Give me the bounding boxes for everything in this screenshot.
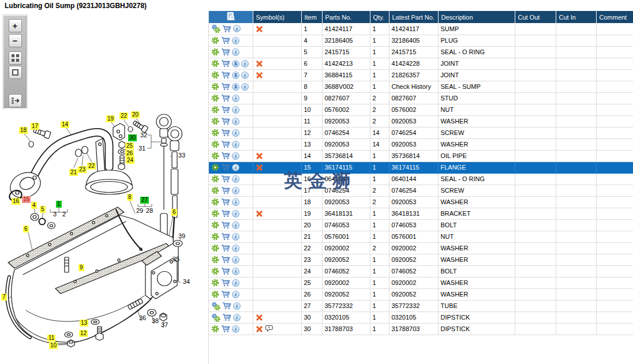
cell-description[interactable]: FLANGE [438,162,515,173]
cell-comment[interactable] [596,46,633,58]
table-row[interactable]: i16064014410640144SEAL - O RING [209,173,633,185]
info-icon[interactable]: i [232,198,239,206]
cell-actions[interactable]: i [209,92,253,104]
cell-item[interactable]: 8 [301,81,322,92]
cell-description[interactable]: WASHER [438,288,515,300]
cell-parts-no[interactable]: 35736814 [322,150,370,162]
table-row[interactable]: i20074605310746053BOLT [209,219,633,231]
callout-5[interactable]: 5 [40,206,46,213]
cell-latest-part-no[interactable]: 0827607 [389,92,438,104]
cell-cut-out[interactable] [515,23,556,35]
cell-cut-out[interactable] [515,254,556,265]
cell-latest-part-no[interactable]: 0920052 [389,288,438,300]
cell-qty[interactable]: 1 [370,150,389,162]
cell-description[interactable]: BOLT [438,265,515,277]
cell-cut-out[interactable] [515,300,556,312]
add-to-cart-icon[interactable] [221,198,230,206]
info-icon[interactable]: i [232,48,239,56]
cell-parts-no[interactable]: 0746254 [322,127,370,138]
column-header-description[interactable]: Description [438,11,515,23]
cell-cut-in[interactable] [556,300,596,312]
gear-icon[interactable] [211,290,219,298]
callout-26[interactable]: 26 [125,150,134,157]
cell-item[interactable]: 30 [301,312,322,323]
cell-qty[interactable]: 2 [370,185,389,196]
cell-parts-no[interactable]: 0576002 [322,104,370,115]
cell-actions[interactable]: $i [209,58,253,69]
cell-parts-no[interactable]: 0746254 [322,185,370,196]
cell-description[interactable]: TUBE [438,300,515,312]
gear-icon[interactable] [211,198,219,206]
cell-qty[interactable]: 1 [370,69,389,81]
cell-qty[interactable]: 1 [370,231,389,242]
cell-symbols[interactable] [253,265,301,277]
cell-cut-in[interactable] [556,104,596,115]
cell-actions[interactable]: i [209,173,253,185]
cell-parts-no[interactable]: 41424117 [322,23,370,35]
cell-latest-part-no[interactable]: 0920052 [389,254,438,265]
cell-latest-part-no[interactable]: 32186405 [389,35,438,46]
gear-icon[interactable] [211,244,219,252]
cell-item[interactable]: 25 [301,277,322,288]
info-icon[interactable]: i [232,210,239,217]
cell-cut-in[interactable] [556,69,596,81]
cell-description[interactable]: SEAL - O RING [438,173,515,185]
cell-actions[interactable]: i [209,219,253,231]
cell-cut-in[interactable] [556,127,596,138]
cell-description[interactable]: WASHER [438,277,515,288]
table-row[interactable]: i1536174115136174115FLANGE [209,162,633,173]
callout-14[interactable]: 14 [61,121,69,128]
cell-cut-in[interactable] [556,312,596,323]
cell-item[interactable]: 21 [301,231,322,242]
cell-cut-out[interactable] [515,173,556,185]
cell-cut-out[interactable] [515,323,556,335]
cell-description[interactable]: JOINT [438,69,515,81]
info-icon[interactable]: i [232,268,239,275]
add-to-cart-icon[interactable] [221,209,230,217]
cell-parts-no[interactable]: 0920052 [322,254,370,265]
cell-comment[interactable] [596,277,633,288]
cell-parts-no[interactable]: 0576001 [322,231,370,242]
cell-parts-no[interactable]: 36418131 [322,208,370,219]
callout-20[interactable]: 20 [131,111,140,118]
callout-9[interactable]: 9 [78,264,84,271]
column-header-parts-no[interactable]: Parts No. [322,11,370,23]
callout-24[interactable]: 24 [126,157,134,164]
gear-icon[interactable] [211,256,219,264]
gear-icon[interactable] [211,325,219,333]
callout-4[interactable]: 4 [31,202,37,209]
cell-actions[interactable]: i [209,208,253,219]
column-header-symbol-s[interactable]: Symbol(s) [253,11,301,23]
add-to-cart-icon[interactable] [221,163,230,171]
cell-item[interactable]: 11 [301,115,322,127]
add-to-cart-icon[interactable] [221,129,230,137]
cell-qty[interactable]: 1 [370,300,389,312]
add-to-cart-icon[interactable] [222,25,231,33]
table-row[interactable]: i3031788703131788703DIPSTICK [209,323,633,335]
cell-item[interactable]: 22 [301,242,322,254]
callout-8[interactable]: 8 [127,194,133,201]
cell-item[interactable]: 12 [301,127,322,138]
cell-item[interactable]: 14 [301,150,322,162]
cell-description[interactable]: BOLT [438,219,515,231]
zoom-out-button[interactable]: − [9,34,22,47]
cell-actions[interactable]: i [209,288,253,300]
gear-icon[interactable] [211,59,219,67]
cell-symbols[interactable] [253,150,301,162]
cell-parts-no[interactable]: 31788703 [322,323,370,335]
cell-qty[interactable]: 1 [370,162,389,173]
table-row[interactable]: i25092000210920002WASHER [209,277,633,288]
cell-qty[interactable]: 2 [370,104,389,115]
price-info-icon[interactable]: $ [232,83,239,91]
callout-17[interactable]: 17 [31,123,39,130]
cell-comment[interactable] [596,288,633,300]
cell-cut-in[interactable] [556,323,596,335]
cell-symbols[interactable] [253,127,301,138]
info-icon[interactable]: i [241,83,249,91]
cell-parts-no[interactable]: 0920053 [322,196,370,208]
cell-qty[interactable]: 2 [370,196,389,208]
cell-latest-part-no[interactable]: 2415715 [389,46,438,58]
cell-cut-in[interactable] [556,150,596,162]
cell-cut-in[interactable] [556,277,596,288]
cell-symbols[interactable] [253,81,301,92]
